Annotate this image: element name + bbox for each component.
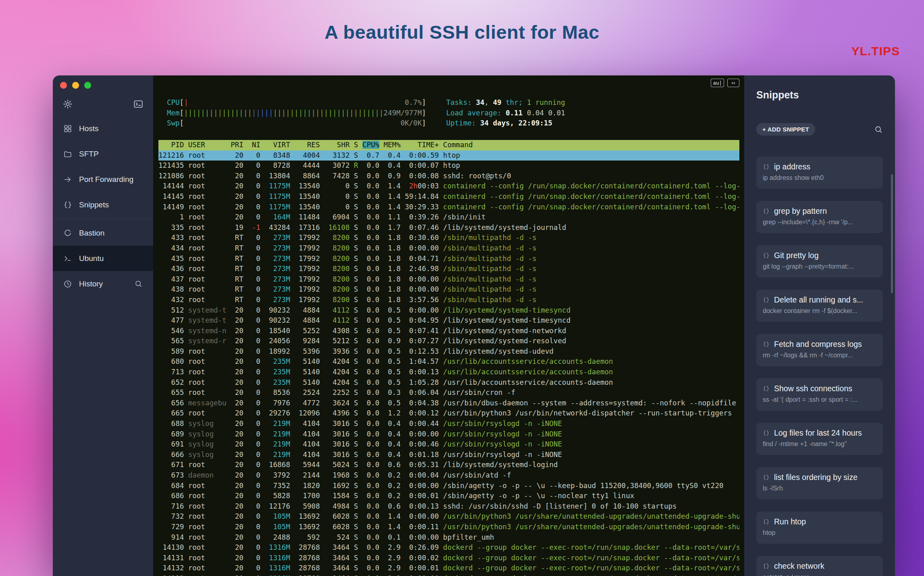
column-header-user[interactable]: USER: [188, 141, 227, 149]
snippets-panel-title: Snippets: [756, 89, 883, 101]
process-row-434[interactable]: 434 root RT 0 273M 17992 8200 S 0.0 1.8 …: [158, 243, 739, 254]
sidebar-item-port-forwarding[interactable]: Port Forwarding: [53, 167, 153, 192]
process-row-335[interactable]: 335 root 19 -1 43284 17316 16108 S 0.0 1…: [158, 223, 739, 233]
column-header-cpu[interactable]: CPU%: [362, 141, 379, 149]
snippet-card[interactable]: Git pretty loggit log --graph --pretty=f…: [756, 245, 883, 278]
process-row-680[interactable]: 680 root 20 0 235M 5140 4204 S 0.0 0.5 1…: [158, 357, 739, 367]
snippet-card[interactable]: ip addressip address show eth0: [756, 157, 883, 189]
close-button[interactable]: [60, 82, 67, 89]
htop-stats: Tasks: 34, 49 thr; 1 runningLoad average…: [446, 98, 565, 129]
keyboard-indicator-badge[interactable]: au|: [711, 79, 724, 87]
snippets-search-icon[interactable]: [874, 125, 883, 134]
sidebar-divider: [53, 219, 153, 219]
process-row-732[interactable]: 732 root 20 0 105M 13692 6028 S 0.0 1.4 …: [158, 511, 739, 522]
column-header-virt[interactable]: VIRT: [264, 141, 290, 149]
process-row-477[interactable]: 477 systemd-t 20 0 90232 4884 4112 S 0.0…: [158, 315, 739, 326]
sidebar-item-hosts[interactable]: Hosts: [53, 116, 153, 141]
process-row-716[interactable]: 716 root 20 0 12176 5908 4984 S 0.0 0.6 …: [158, 501, 739, 512]
process-row-689[interactable]: 689 syslog 20 0 219M 4104 3016 S 0.0 0.4…: [158, 429, 739, 440]
process-row-512[interactable]: 512 systemd-t 20 0 90232 4884 4112 S 0.0…: [158, 305, 739, 316]
snippet-card[interactable]: Log files for last 24 hoursfind / -mtime…: [756, 423, 883, 455]
sidebar: HostsSFTPPort ForwardingSnippetsBastionU…: [53, 75, 153, 576]
process-row-121216[interactable]: 121216 root 20 0 8348 4004 3132 S 0.7 0.…: [158, 150, 739, 161]
column-header-cmd[interactable]: Command: [443, 141, 473, 149]
process-row-433[interactable]: 433 root RT 0 273M 17992 8200 S 0.0 1.8 …: [158, 233, 739, 243]
snippet-card[interactable]: Fetch and compress logsrm -rf ~/logs && …: [756, 334, 883, 366]
settings-gear-icon[interactable]: [62, 99, 73, 109]
snippet-title: Delete all running and s...: [774, 295, 863, 305]
page-title: A beautiful SSH client for Mac: [0, 21, 924, 43]
column-header-pid[interactable]: PID: [158, 141, 184, 149]
process-row-656[interactable]: 656 messagebu 20 0 7976 4772 3624 S 0.0 …: [158, 398, 739, 409]
process-row-665[interactable]: 665 root 20 0 29276 12096 4396 S 0.0 1.2…: [158, 408, 739, 419]
snippet-card[interactable]: check networknetstat -a | more: [756, 556, 883, 576]
snippet-title: Run htop: [774, 517, 806, 526]
process-row-671[interactable]: 671 root 20 0 16868 5944 5024 S 0.0 0.6 …: [158, 460, 739, 470]
process-row-432[interactable]: 432 root RT 0 273M 17992 8200 S 0.0 1.8 …: [158, 295, 739, 305]
new-terminal-icon[interactable]: [133, 99, 144, 109]
snippet-card[interactable]: Delete all running and s...docker contai…: [756, 290, 883, 322]
process-row-546[interactable]: 546 systemd-n 20 0 18540 5252 4308 S 0.0…: [158, 326, 739, 336]
column-header-time[interactable]: TIME+: [405, 141, 439, 149]
process-row-436[interactable]: 436 root RT 0 273M 17992 8200 S 0.0 1.8 …: [158, 264, 739, 274]
process-row-589[interactable]: 589 root 20 0 18992 5396 3936 S 0.0 0.5 …: [158, 346, 739, 357]
column-header-ni[interactable]: NI: [248, 141, 260, 149]
process-row-14144[interactable]: 14144 root 20 0 1175M 13540 0 S 0.0 1.4 …: [158, 181, 739, 192]
process-row-1[interactable]: 1 root 20 0 164M 11484 6904 S 0.0 1.1 0:…: [158, 212, 739, 223]
process-row-438[interactable]: 438 root RT 0 273M 17992 8200 S 0.0 1.8 …: [158, 284, 739, 295]
process-row-713[interactable]: 713 root 20 0 235M 5140 4204 S 0.0 0.5 0…: [158, 367, 739, 378]
column-header-pri[interactable]: PRI: [231, 141, 243, 149]
minimize-button[interactable]: [72, 82, 79, 89]
search-icon[interactable]: [134, 280, 143, 288]
stat-line: Load average: 0.11 0.04 0.01: [446, 108, 565, 119]
snippet-card[interactable]: Show ssh connectionsss -at '( dport = :s…: [756, 378, 883, 411]
sidebar-item-snippets[interactable]: Snippets: [53, 192, 153, 217]
process-row-14130[interactable]: 14130 root 20 0 1316M 28768 3464 S 0.0 2…: [158, 543, 739, 553]
bastion-icon: [63, 229, 72, 238]
process-row-14132[interactable]: 14132 root 20 0 1316M 28768 3464 S 0.0 2…: [158, 563, 739, 574]
process-row-655[interactable]: 655 root 20 0 8536 2524 2252 S 0.0 0.3 0…: [158, 388, 739, 398]
sidebar-item-ubuntu[interactable]: Ubuntu: [53, 246, 153, 271]
process-row-914[interactable]: 914 root 20 0 2488 592 524 S 0.0 0.1 0:0…: [158, 532, 739, 543]
stat-line: Tasks: 34, 49 thr; 1 running: [446, 98, 565, 108]
sidebar-item-history[interactable]: History: [53, 271, 153, 296]
sidebar-item-label: Ubuntu: [79, 254, 104, 263]
process-row-729[interactable]: 729 root 20 0 105M 13692 6028 S 0.0 1.4 …: [158, 522, 739, 532]
column-header-res[interactable]: RES: [294, 141, 320, 149]
snippet-card[interactable]: grep by patterngrep --include=\*.{c,h} -…: [756, 201, 883, 233]
app-window: HostsSFTPPort ForwardingSnippetsBastionU…: [53, 75, 895, 576]
process-row-686[interactable]: 686 root 20 0 5828 1700 1584 S 0.0 0.2 0…: [158, 491, 739, 501]
column-header-shr[interactable]: SHR: [324, 141, 350, 149]
add-snippet-button[interactable]: + ADD SNIPPET: [756, 123, 815, 136]
htop-meters: CPU[| 0.7%]Mem[|||||||||||||||||||||||||…: [167, 98, 426, 129]
column-header-s[interactable]: S: [354, 141, 358, 149]
column-header-mem[interactable]: MEM%: [384, 141, 401, 149]
process-row-691[interactable]: 691 syslog 20 0 219M 4104 3016 S 0.0 0.4…: [158, 439, 739, 450]
zoom-button[interactable]: [84, 82, 91, 89]
process-row-652[interactable]: 652 root 20 0 235M 5140 4204 S 0.0 0.5 1…: [158, 378, 739, 388]
process-row-437[interactable]: 437 root RT 0 273M 17992 8200 S 0.0 1.8 …: [158, 274, 739, 285]
process-row-121435[interactable]: 121435 root 20 0 8728 4444 3072 R 0.0 0.…: [158, 161, 739, 171]
process-row-14149[interactable]: 14149 root 20 0 1175M 13540 0 S 0.0 1.4 …: [158, 202, 739, 213]
snippet-braces-icon: [763, 385, 770, 392]
terminal-pane[interactable]: au| CPU[| 0.7%]Mem[|||||||||||||||||||||…: [153, 75, 744, 576]
process-row-666[interactable]: 666 syslog 20 0 219M 4104 3016 S 0.0 0.4…: [158, 450, 739, 460]
broadcast-icon[interactable]: [727, 79, 739, 87]
process-row-673[interactable]: 673 daemon 20 0 3792 2144 1968 S 0.0 0.2…: [158, 470, 739, 481]
process-row-121086[interactable]: 121086 root 20 0 13804 8864 7428 S 0.0 0…: [158, 171, 739, 182]
sidebar-item-bastion[interactable]: Bastion: [53, 220, 153, 246]
process-row-14133[interactable]: 14133 root 20 0 1316M 28768 3464 S 0.0 2…: [158, 574, 739, 576]
process-row-435[interactable]: 435 root RT 0 273M 17992 8200 S 0.0 1.8 …: [158, 254, 739, 264]
process-row-688[interactable]: 688 syslog 20 0 219M 4104 3016 S 0.0 0.4…: [158, 419, 739, 429]
snippet-card[interactable]: Run htophtop: [756, 511, 883, 544]
process-row-684[interactable]: 684 root 20 0 7352 1820 1692 S 0.0 0.2 0…: [158, 481, 739, 491]
snippet-card[interactable]: list files ordering by sizels -lSrh: [756, 467, 883, 499]
snippet-braces-icon: [763, 474, 770, 481]
process-row-14131[interactable]: 14131 root 20 0 1316M 28768 3464 S 0.0 2…: [158, 553, 739, 563]
process-row-14145[interactable]: 14145 root 20 0 1175M 13540 0 S 0.0 1.4 …: [158, 192, 739, 202]
htop-header: CPU[| 0.7%]Mem[|||||||||||||||||||||||||…: [167, 98, 565, 129]
process-row-565[interactable]: 565 systemd-r 20 0 24056 9284 5212 S 0.0…: [158, 336, 739, 346]
snippets-scrollbar-thumb[interactable]: [891, 174, 893, 293]
sidebar-item-sftp[interactable]: SFTP: [53, 141, 153, 167]
snippet-command: grep --include=\*.{c,h} -rnw '/p...: [763, 219, 876, 226]
